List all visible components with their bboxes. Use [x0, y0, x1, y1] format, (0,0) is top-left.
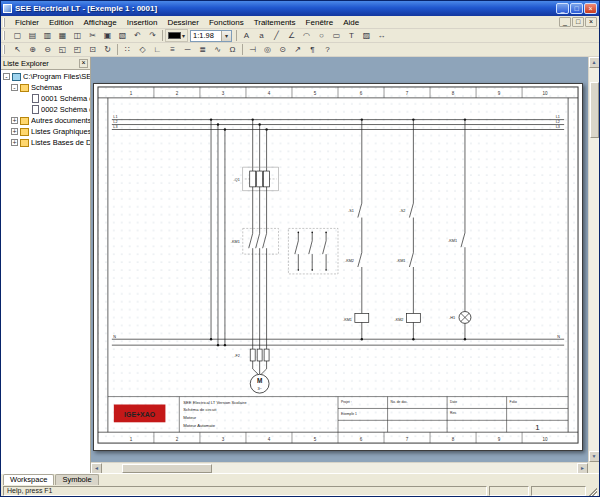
tree-expander[interactable]: + — [11, 117, 18, 124]
schematic-page[interactable]: 12345678910 12345678910 L1 L2 L3 L1 L2 — [93, 83, 583, 451]
print-button[interactable]: ▦ — [55, 29, 70, 42]
line-color-swatch — [168, 32, 181, 39]
tree-expander[interactable]: - — [11, 84, 18, 91]
panel-tabs: Workspace Symbole — [1, 473, 599, 485]
mdi-restore-button[interactable]: □ — [572, 17, 584, 27]
maximize-button[interactable]: □ — [570, 3, 583, 14]
zoom-in-button[interactable]: ⊕ — [25, 43, 40, 56]
zoom-combobox[interactable]: 1:1.98▾ — [190, 30, 232, 42]
save-button[interactable]: ▥ — [40, 29, 55, 42]
zoom-out-button[interactable]: ⊖ — [40, 43, 55, 56]
close-button[interactable]: × — [584, 3, 597, 14]
main-area: Liste Explorer × -C:\Program Files\SEE E… — [1, 57, 599, 473]
menu-item-affichage[interactable]: Affichage — [78, 16, 121, 28]
horizontal-scroll-thumb[interactable] — [122, 464, 212, 473]
page-icon — [32, 94, 39, 103]
ortho-toggle-button[interactable]: ∟ — [150, 43, 165, 56]
toolbar-group-symbols: ⊣◎⊙↗¶? — [245, 43, 335, 56]
three-phase-tool-button[interactable]: ≣ — [195, 43, 210, 56]
tree-item-sch-mas[interactable]: -Schémas — [1, 82, 90, 93]
toolbar-grip[interactable] — [3, 45, 8, 54]
rectangle-tool-button[interactable]: ▭ — [329, 29, 344, 42]
wire-tool-button[interactable]: ─ — [180, 43, 195, 56]
tree-expander[interactable]: + — [11, 139, 18, 146]
menu-item-insertion[interactable]: Insertion — [122, 16, 163, 28]
toolbar-grip[interactable] — [3, 31, 8, 40]
minimize-button[interactable]: _ — [556, 3, 569, 14]
layers-button[interactable]: ≡ — [165, 43, 180, 56]
resize-grip[interactable] — [588, 486, 597, 496]
menu-item-dessiner[interactable]: Dessiner — [162, 16, 204, 28]
tree-item-listes-bases-de-donn[interactable]: +Listes Bases de Donn — [1, 137, 90, 148]
menu-item-fen-tre[interactable]: Fenêtre — [301, 16, 339, 28]
open-button[interactable]: ▤ — [25, 29, 40, 42]
tab-symbole[interactable]: Symbole — [55, 474, 98, 485]
cable-tool-button[interactable]: ∿ — [210, 43, 225, 56]
schematic-drawing[interactable]: 12345678910 12345678910 L1 L2 L3 L1 L2 — [94, 84, 582, 450]
symbol-browser-button[interactable]: Ω — [225, 43, 240, 56]
vertical-scrollbar[interactable]: ▲ ▼ — [588, 57, 599, 462]
measure-tool-button[interactable]: ↔ — [374, 29, 389, 42]
menu-item-fichier[interactable]: Fichier — [10, 16, 44, 28]
undo-button[interactable]: ↶ — [130, 29, 145, 42]
titlebar[interactable]: SEE Electrical LT - [Exemple 1 : 0001] _… — [1, 1, 599, 16]
mdi-close-button[interactable]: × — [585, 17, 597, 27]
tab-workspace[interactable]: Workspace — [3, 474, 54, 485]
scroll-left-button[interactable]: ◄ — [91, 463, 102, 474]
new-button[interactable]: ▢ — [10, 29, 25, 42]
properties-button[interactable]: ¶ — [305, 43, 320, 56]
scroll-up-button[interactable]: ▲ — [589, 57, 600, 68]
panel-title: Liste Explorer — [3, 59, 49, 68]
snap-toggle-button[interactable]: ◇ — [135, 43, 150, 56]
grid-toggle-button[interactable]: ∷ — [120, 43, 135, 56]
zoom-fit-button[interactable]: ⊡ — [85, 43, 100, 56]
menubar-grip[interactable] — [3, 18, 8, 27]
redo-button[interactable]: ↷ — [145, 29, 160, 42]
contact-tool-button[interactable]: ⊣ — [245, 43, 260, 56]
tree-item-autres-documents[interactable]: +Autres documents — [1, 115, 90, 126]
drawing-frame — [98, 87, 578, 443]
vertical-scroll-thumb[interactable] — [590, 82, 599, 138]
font-decrease-button[interactable]: a — [254, 29, 269, 42]
tree-expander[interactable]: - — [3, 73, 10, 80]
zoom-page-button[interactable]: ◰ — [70, 43, 85, 56]
mdi-minimize-button[interactable]: _ — [559, 17, 571, 27]
paste-button[interactable]: ▧ — [115, 29, 130, 42]
tree-item-listes-graphiques[interactable]: +Listes Graphiques — [1, 126, 90, 137]
terminal-tool-button[interactable]: ⊙ — [275, 43, 290, 56]
scroll-right-button[interactable]: ► — [577, 463, 588, 474]
menu-item-aide[interactable]: Aide — [338, 16, 364, 28]
redraw-button[interactable]: ↻ — [100, 43, 115, 56]
coil-tool-button[interactable]: ◎ — [260, 43, 275, 56]
tree-item-0002-sch-ma-de-l-i[interactable]: 0002 Schéma de l'i — [1, 104, 90, 115]
zoom-window-button[interactable]: ◱ — [55, 43, 70, 56]
cut-button[interactable]: ✂ — [85, 29, 100, 42]
circle-tool-button[interactable]: ○ — [314, 29, 329, 42]
print-preview-button[interactable]: ◫ — [70, 29, 85, 42]
font-increase-button[interactable]: A — [239, 29, 254, 42]
panel-close-button[interactable]: × — [79, 59, 88, 68]
tree-expander[interactable]: + — [11, 128, 18, 135]
hatch-tool-button[interactable]: ▨ — [359, 29, 374, 42]
tree-item-0001-sch-ma-de-l-i[interactable]: 0001 Schéma de l'i — [1, 93, 90, 104]
scroll-down-button[interactable]: ▼ — [589, 451, 600, 462]
arc-tool-button[interactable]: ◠ — [299, 29, 314, 42]
help-button[interactable]: ? — [320, 43, 335, 56]
line-color-button[interactable]: ▾ — [165, 29, 188, 42]
menu-item-fonctions[interactable]: Fonctions — [204, 16, 249, 28]
menu-item-traitements[interactable]: Traitements — [249, 16, 301, 28]
menu-item-edition[interactable]: Edition — [44, 16, 78, 28]
contact-label-s1: -S1 — [348, 209, 354, 213]
page-icon — [32, 105, 39, 114]
line-tool-button[interactable]: ╱ — [269, 29, 284, 42]
zoom-dropdown-arrow[interactable]: ▾ — [221, 31, 231, 41]
tree-item-c-program-files-see-elec[interactable]: -C:\Program Files\SEE Elec — [1, 71, 90, 82]
drawing-canvas[interactable]: 12345678910 12345678910 L1 L2 L3 L1 L2 — [91, 57, 599, 473]
polyline-tool-button[interactable]: ∠ — [284, 29, 299, 42]
copy-button[interactable]: ▣ — [100, 29, 115, 42]
select-tool-button[interactable]: ↖ — [10, 43, 25, 56]
rail-label-l3-right: L3 — [556, 125, 560, 129]
reference-arrow-button[interactable]: ↗ — [290, 43, 305, 56]
text-tool-button[interactable]: T — [344, 29, 359, 42]
horizontal-scrollbar[interactable]: ◄ ► — [91, 462, 588, 473]
